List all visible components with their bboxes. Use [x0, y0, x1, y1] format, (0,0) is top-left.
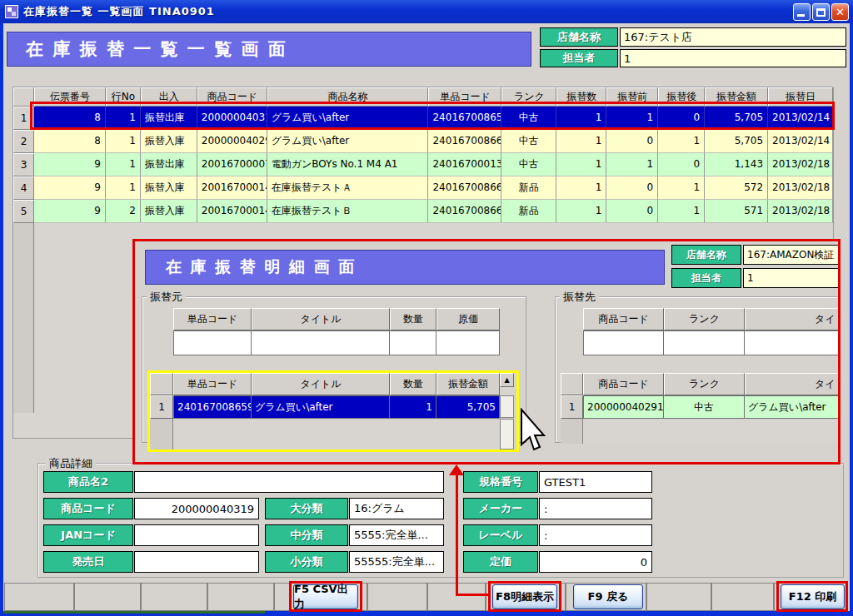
maker-label: メーカー [463, 498, 538, 519]
product-code-field: 200000040319 [134, 498, 259, 519]
col-header: 単品コード [428, 87, 501, 107]
jan-code-field [134, 524, 259, 546]
minimize-icon [797, 14, 805, 17]
f5-csv-export-button[interactable]: F5 CSV出力 [293, 584, 358, 609]
dialog-store-label: 店舗名称 [671, 245, 741, 265]
name2-field [134, 471, 444, 493]
minor-class-field: 55555:完全単... [349, 551, 444, 573]
maker-field: : [539, 498, 652, 519]
record-label-field: : [539, 524, 652, 546]
col-header: 振替後 [658, 87, 705, 107]
col-header: ランク [501, 87, 556, 107]
title-bar[interactable]: 在庫振替一覧 一覧画面 TINA0901 ✕ [0, 0, 853, 23]
minor-class-label: 小分類 [265, 551, 348, 573]
record-label-label: レーベル [463, 524, 538, 546]
list-row[interactable]: 2 8 1 振替入庫 200000040291 グラム買い\after 2401… [13, 130, 833, 153]
source-lower-empty [150, 419, 514, 450]
staff-field[interactable]: 1 [620, 49, 846, 67]
row-number: 5 [13, 200, 34, 223]
col-header: 商品コード [197, 87, 267, 107]
list-price-field: 0 [539, 551, 652, 573]
row-number: 2 [13, 130, 34, 153]
middle-class-label: 中分類 [265, 524, 348, 546]
col-header: 振替日 [768, 87, 833, 107]
col-header: 伝票番号 [34, 87, 106, 107]
source-scrollbar[interactable] [500, 395, 514, 418]
dest-lower-header: 商品コード ランク タイトル [561, 373, 841, 395]
dest-upper-header: 商品コード ランク タイトル [583, 308, 841, 330]
col-header: 商品名称 [267, 87, 429, 107]
dialog-staff-label: 担当者 [671, 268, 741, 288]
minimize-button[interactable] [793, 3, 811, 21]
source-lower-table-highlight: 単品コード タイトル 数量 振替金額 ▲ 1 240167008659 グラム買… [147, 370, 519, 452]
release-date-field [134, 551, 259, 573]
annotation-arrow-line [456, 475, 458, 596]
close-button[interactable]: ✕ [831, 3, 849, 21]
f8-detail-view-button[interactable]: F8明細表示 [492, 584, 557, 609]
list-row-selected[interactable]: 1 8 1 振替出庫 200000040319 グラム買い\after 2401… [13, 107, 833, 130]
source-upper-empty-row [173, 330, 500, 355]
f12-print-button[interactable]: F12 印刷 [781, 584, 845, 609]
spec-field: GTEST1 [539, 471, 652, 493]
row-number: 4 [13, 176, 34, 200]
col-header: 出入 [141, 87, 197, 107]
middle-class-field: 5555:完全単... [349, 524, 444, 546]
source-group-label: 振替元 [147, 290, 186, 305]
f9-back-button[interactable]: F9 戻る [573, 584, 643, 609]
product-detail-label: 商品詳細 [46, 456, 96, 471]
col-header: 振替前 [606, 87, 658, 107]
row-number-header [13, 87, 34, 107]
row-number: 1 [13, 107, 34, 130]
app-icon [5, 5, 18, 18]
function-bar [4, 583, 846, 611]
application-window: 在庫振替一覧 一覧画面 TINA0901 ✕ 在 庫 振 替 一 覧 一 覧 画… [0, 0, 853, 616]
list-price-label: 定価 [463, 551, 538, 573]
product-code-label: 商品コード [43, 498, 133, 519]
annotation-arrow-line [456, 594, 491, 596]
major-class-label: 大分類 [265, 498, 348, 519]
list-row[interactable]: 4 9 1 振替入庫 200167000146 在庫振替テストＡ 2401670… [13, 176, 833, 200]
col-header: 振替数 [556, 87, 606, 107]
col-header: 行No [106, 87, 141, 107]
store-name-field[interactable]: 167:テスト店 [620, 27, 846, 47]
annotation-arrow-head [449, 464, 464, 475]
dest-group-label: 振替先 [560, 290, 599, 305]
page-title: 在 庫 振 替 一 覧 一 覧 画 面 [7, 32, 531, 67]
staff-label: 担当者 [540, 49, 618, 67]
cursor-icon [519, 408, 546, 455]
dest-upper-empty-row [583, 330, 841, 355]
list-header-row: 伝票番号 行No 出入 商品コード 商品名称 単品コード ランク 振替数 振替前… [13, 87, 833, 107]
dialog-staff-field[interactable]: 1 [743, 268, 841, 288]
row-number: 3 [13, 153, 34, 176]
scroll-up-icon[interactable]: ▲ [500, 373, 514, 387]
source-lower-row-selected[interactable]: 1 240167008659 グラム買い\after 1 5,705 [150, 395, 514, 419]
list-row[interactable]: 5 9 2 振替入庫 200167000147 在庫振替テストＢ 2401670… [13, 200, 833, 223]
maximize-icon [816, 8, 826, 17]
col-header: 振替金額 [705, 87, 768, 107]
major-class-field: 16:グラム [349, 498, 444, 519]
window-border-accent [3, 611, 265, 614]
store-name-label: 店舗名称 [540, 27, 618, 47]
detail-dialog: 在 庫 振 替 明 細 画 面 店舗名称 167:AMAZON検証 担当者 1 … [132, 239, 841, 464]
source-upper-header: 単品コード タイトル 数量 原価 [173, 308, 500, 330]
spec-label: 規格番号 [463, 471, 538, 493]
list-row[interactable]: 3 9 1 振替出庫 200167000078 電動ガンBOYs No.1 M4… [13, 153, 833, 176]
window-border-left [0, 23, 3, 616]
maximize-button[interactable] [812, 3, 830, 21]
window-title: 在庫振替一覧 一覧画面 TINA0901 [23, 4, 215, 19]
release-date-label: 発売日 [43, 551, 133, 573]
window-border-right [850, 23, 853, 616]
dialog-store-field[interactable]: 167:AMAZON検証 [743, 245, 841, 265]
dest-lower-empty [561, 419, 841, 444]
dest-lower-row[interactable]: 1 200000040291 中古 グラム買い\after [561, 395, 841, 419]
name2-label: 商品名2 [43, 471, 133, 493]
dialog-title: 在 庫 振 替 明 細 画 面 [145, 250, 665, 285]
jan-code-label: JANコード [43, 524, 133, 546]
